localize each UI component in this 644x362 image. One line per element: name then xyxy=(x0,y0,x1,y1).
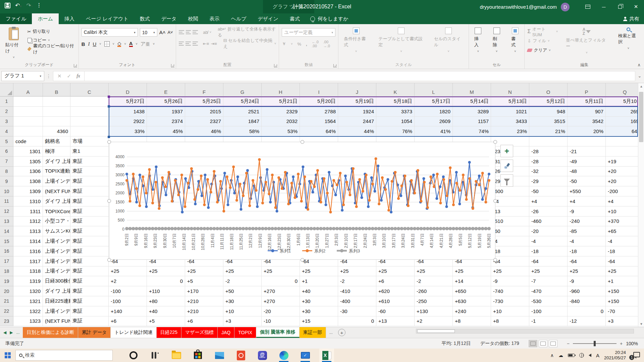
cell-E20[interactable]: +110 xyxy=(147,286,185,296)
tab-表示[interactable]: 表示 xyxy=(204,13,225,24)
tab-数式[interactable]: 数式 xyxy=(134,13,156,24)
volume-icon[interactable] xyxy=(589,354,591,357)
cell-P10[interactable]: +550 xyxy=(568,186,606,196)
align-center-icon[interactable] xyxy=(185,42,191,46)
cell-P20[interactable]: -960 xyxy=(568,286,606,296)
cell-K4[interactable]: 76% xyxy=(376,126,415,136)
cell-G18[interactable]: +25 xyxy=(223,266,262,277)
cell-J23[interactable]: 0 xyxy=(338,316,376,326)
cell-C17[interactable]: 東証 xyxy=(70,256,109,266)
col-header-A[interactable]: A xyxy=(13,83,43,97)
cell-P2[interactable]: 907 xyxy=(568,107,606,117)
cell-P15[interactable]: -4 xyxy=(568,236,606,246)
col-header-D[interactable]: D xyxy=(109,83,147,97)
chart-handle[interactable] xyxy=(107,140,111,144)
cell-Q23[interactable]: +3 xyxy=(606,316,638,326)
cell-H1[interactable]: 5月21日 xyxy=(262,97,300,107)
cell-P4[interactable]: 20% xyxy=(568,126,606,136)
stock-chart[interactable]: 050010001500200025003000350040009月2日9月9日… xyxy=(109,142,495,260)
cell-A7[interactable]: 1305 xyxy=(13,157,43,167)
cell-J2[interactable]: 1924 xyxy=(338,107,376,117)
cell-J20[interactable]: -410 xyxy=(338,286,376,296)
cell-P18[interactable]: +25 xyxy=(568,266,606,277)
row-header-4[interactable]: 4 xyxy=(0,126,13,136)
cell-I23[interactable]: +15 xyxy=(300,316,338,326)
cell-A13[interactable]: 1312 xyxy=(13,217,43,227)
col-header-N[interactable]: N xyxy=(491,83,529,97)
cell-P16[interactable]: -18 xyxy=(568,246,606,256)
cell-N3[interactable]: 3433 xyxy=(491,117,529,127)
cell-P21[interactable]: -840 xyxy=(568,296,606,306)
cell-B23[interactable]: (NEXT FUNDS) xyxy=(43,316,70,326)
col-header-H[interactable]: H xyxy=(262,83,300,97)
tab-データ[interactable]: データ xyxy=(156,13,182,24)
sheet-tab-個別 騰落率 推移[interactable]: 個別 騰落率 推移 xyxy=(256,327,300,338)
cell-G3[interactable]: 1847 xyxy=(223,117,262,127)
cell-P22[interactable]: 0 xyxy=(568,306,606,316)
cell-J18[interactable]: +25 xyxy=(338,266,376,277)
scroll-down-icon[interactable]: ▼ xyxy=(638,321,644,327)
cell-N1[interactable]: 5月13日 xyxy=(491,97,529,107)
cell-A23[interactable]: 1323 xyxy=(13,316,43,326)
cell-C3[interactable] xyxy=(70,117,109,127)
row-header-22[interactable]: 22 xyxy=(0,306,13,316)
tab-挿入[interactable]: 挿入 xyxy=(59,13,80,24)
opera-icon[interactable] xyxy=(126,349,141,362)
customize-qat-icon[interactable]: ᎒ xyxy=(38,2,41,9)
format-painter-button[interactable]: 書式のコピー/貼り付け xyxy=(28,45,76,53)
cell-A11[interactable]: 1310 xyxy=(13,196,43,206)
cell-C8[interactable]: 東証 xyxy=(70,167,109,177)
cell-E21[interactable]: +80 xyxy=(147,296,185,306)
sheet-tab-日経225[interactable]: 日経225 xyxy=(157,327,181,338)
sheet-tab-JAQ[interactable]: JAQ xyxy=(218,327,234,338)
cell-M22[interactable]: +240 xyxy=(453,306,491,316)
cell-Q10[interactable]: -200 xyxy=(606,186,638,196)
cell-H22[interactable]: -20 xyxy=(262,306,300,316)
cell-J21[interactable]: -400 xyxy=(338,296,376,306)
cell-I2[interactable]: 2788 xyxy=(300,107,338,117)
number-format-combo[interactable]: ユーザー定義▾ xyxy=(282,28,335,37)
cell-P1[interactable]: 5月11日 xyxy=(568,97,606,107)
row-header-16[interactable]: 16 xyxy=(0,246,13,256)
tell-me-search[interactable]: 何をしますか xyxy=(310,13,348,24)
vertical-scroll-thumb[interactable] xyxy=(639,92,643,142)
cell-I3[interactable]: 1564 xyxy=(300,117,338,127)
cell-I19[interactable]: +1 xyxy=(300,276,338,286)
undo-icon[interactable]: ↶˅ xyxy=(15,2,22,9)
fill-button[interactable]: ⇩フィル˅ xyxy=(527,37,558,45)
row-header-7[interactable]: 7 xyxy=(0,157,13,167)
cell-N10[interactable]: -600 xyxy=(491,186,529,196)
horizontal-scroll-thumb[interactable] xyxy=(417,329,455,333)
cell-B9[interactable]: 上場インデックス xyxy=(43,176,70,186)
cell-A19[interactable]: 1319 xyxy=(13,276,43,286)
cell-G22[interactable]: +10 xyxy=(223,306,262,316)
font-dialog-launcher[interactable] xyxy=(171,64,174,67)
cell-P3[interactable]: 3542 xyxy=(568,117,606,127)
cell-O16[interactable]: -18 xyxy=(529,246,568,256)
cell-Q9[interactable]: +20 xyxy=(606,176,638,186)
chart-plot[interactable]: 050010001500200025003000350040009月2日9月9日… xyxy=(109,142,495,259)
cell-Q6[interactable] xyxy=(606,146,638,157)
cell-O9[interactable]: -29 xyxy=(529,176,568,186)
cell-K19[interactable]: +6 xyxy=(376,276,415,286)
cell-I4[interactable]: 64% xyxy=(300,126,338,136)
row-header-23[interactable]: 23 xyxy=(0,316,13,326)
cell-E19[interactable]: 0 xyxy=(147,276,185,286)
cell-P23[interactable]: -12 xyxy=(568,316,606,326)
cell-O17[interactable]: -64 xyxy=(529,256,568,266)
decrease-decimal-icon[interactable]: .00→.0 xyxy=(323,40,330,48)
cell-N23[interactable]: +8 xyxy=(491,316,529,326)
sheet-tab-累計 データ[interactable]: 累計 データ xyxy=(78,327,111,338)
cell-H18[interactable]: +25 xyxy=(262,266,300,277)
cell-Q1[interactable]: 5月10日 xyxy=(606,97,638,107)
col-header-B[interactable]: B xyxy=(43,83,70,97)
chart-styles-button[interactable] xyxy=(500,160,513,172)
cell-B21[interactable]: 日経225連動 xyxy=(43,296,70,306)
cell-E2[interactable]: 1937 xyxy=(147,107,185,117)
cell-J3[interactable]: 2447 xyxy=(338,117,376,127)
cell-O4[interactable]: 21% xyxy=(529,126,568,136)
col-header-J[interactable]: J xyxy=(338,83,376,97)
cell-F1[interactable]: 5月25日 xyxy=(185,97,223,107)
delete-cells-button[interactable]: 削除˅ xyxy=(490,26,503,61)
cell-C12[interactable]: 東証 xyxy=(70,206,109,217)
